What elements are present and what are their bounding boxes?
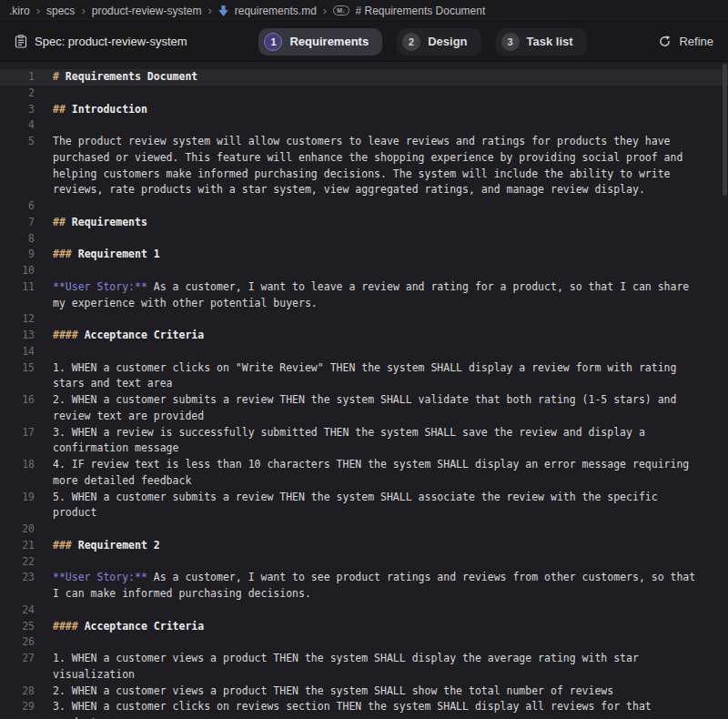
line-content[interactable]: The product review system will allow cus… <box>53 134 728 198</box>
refine-label: Refine <box>679 35 713 48</box>
line-content[interactable]: 3. WHEN a review is successfully submitt… <box>53 425 728 458</box>
editor-line[interactable]: 12 <box>0 311 728 328</box>
line-number: 22 <box>0 554 35 571</box>
editor-line[interactable]: 173. WHEN a review is successfully submi… <box>0 425 728 458</box>
line-content[interactable] <box>53 117 728 134</box>
line-content[interactable]: 3. WHEN a customer clicks on reviews sec… <box>53 699 728 719</box>
line-number: 21 <box>0 538 35 554</box>
line-content[interactable] <box>53 522 728 538</box>
editor-line[interactable]: 22 <box>0 554 728 571</box>
refine-button[interactable]: Refine <box>658 35 713 48</box>
breadcrumb-separator: › <box>81 5 85 16</box>
line-content[interactable] <box>53 344 728 360</box>
editor-line[interactable]: 3## Introduction <box>0 102 728 118</box>
editor-line[interactable]: 151. WHEN a customer clicks on "Write Re… <box>0 360 728 393</box>
editor-line[interactable]: 6 <box>0 198 728 215</box>
breadcrumb: .kiro › specs › product-review-system › … <box>0 0 728 22</box>
line-content[interactable] <box>53 263 728 279</box>
breadcrumb-separator: › <box>36 5 40 16</box>
line-content[interactable]: # Requirements Document <box>53 69 728 86</box>
tab-design-label: Design <box>428 35 467 48</box>
editor-line[interactable]: 271. WHEN a customer views a product THE… <box>0 651 728 684</box>
line-number: 9 <box>0 247 35 263</box>
editor-line[interactable]: 5The product review system will allow cu… <box>0 134 728 198</box>
breadcrumb-item-requirements-document-heading[interactable]: # Requirements Document <box>356 5 486 17</box>
tab-task-list[interactable]: 3 Task list <box>496 28 587 56</box>
spec-clipboard-icon <box>15 35 27 48</box>
editor-line[interactable]: 20 <box>0 522 728 538</box>
tab-design[interactable]: 2 Design <box>397 28 480 56</box>
line-number: 17 <box>0 425 35 441</box>
tab-requirements-badge: 1 <box>264 33 282 51</box>
tab-requirements[interactable]: 1 Requirements <box>258 28 382 56</box>
line-content[interactable] <box>53 231 728 248</box>
line-number: 26 <box>0 634 35 651</box>
line-content[interactable]: ### Requirement 1 <box>53 247 728 263</box>
line-number: 4 <box>0 117 35 134</box>
editor-line[interactable]: 23**User Story:** As a customer, I want … <box>0 570 728 603</box>
line-content[interactable]: ## Introduction <box>53 102 728 118</box>
line-number: 19 <box>0 490 35 506</box>
line-content[interactable]: 1. WHEN a customer clicks on "Write Revi… <box>53 360 728 393</box>
breadcrumb-item-specs[interactable]: specs <box>46 5 75 17</box>
editor-line[interactable]: 293. WHEN a customer clicks on reviews s… <box>0 699 728 719</box>
editor-line[interactable]: 24 <box>0 603 728 619</box>
editor-line[interactable]: 10 <box>0 263 728 279</box>
line-content[interactable] <box>53 603 728 619</box>
line-content[interactable]: 2. WHEN a customer submits a review THEN… <box>53 392 728 425</box>
line-number: 25 <box>0 619 35 635</box>
editor-line[interactable]: 11**User Story:** As a customer, I want … <box>0 279 728 312</box>
editor-line[interactable]: 195. WHEN a customer submits a review TH… <box>0 490 728 522</box>
editor-line[interactable]: 162. WHEN a customer submits a review TH… <box>0 392 728 425</box>
editor-line[interactable]: 2 <box>0 86 728 102</box>
editor-line[interactable]: 9### Requirement 1 <box>0 247 728 263</box>
line-number: 11 <box>0 279 35 296</box>
editor-line[interactable]: 21### Requirement 2 <box>0 538 728 554</box>
line-content[interactable]: **User Story:** As a customer, I want to… <box>53 279 728 312</box>
line-number: 1 <box>0 69 35 86</box>
editor-line[interactable]: 184. IF review text is less than 10 char… <box>0 457 728 490</box>
editor-lines: 1# Requirements Document23## Introductio… <box>0 69 728 719</box>
editor-scrollbar[interactable] <box>723 64 727 196</box>
line-content[interactable]: 5. WHEN a customer submits a review THEN… <box>53 490 728 522</box>
editor-line[interactable]: 282. WHEN a customer views a product THE… <box>0 684 728 700</box>
line-number: 23 <box>0 570 35 586</box>
editor-line[interactable]: 13#### Acceptance Criteria <box>0 328 728 344</box>
line-number: 18 <box>0 457 35 473</box>
line-content[interactable]: #### Acceptance Criteria <box>53 619 728 635</box>
line-content[interactable]: #### Acceptance Criteria <box>53 328 728 344</box>
line-content[interactable] <box>53 86 728 102</box>
markdown-symbol-icon: M↓ <box>333 5 349 15</box>
editor-line[interactable]: 25#### Acceptance Criteria <box>0 619 728 635</box>
breadcrumb-item-product-review-system[interactable]: product-review-system <box>92 5 202 17</box>
line-content[interactable]: ### Requirement 2 <box>53 538 728 554</box>
breadcrumb-item-requirements-md[interactable]: requirements.md <box>235 5 317 17</box>
breadcrumb-separator: › <box>207 5 211 16</box>
ide-window: .kiro › specs › product-review-system › … <box>0 0 728 719</box>
tab-task-list-label: Task list <box>527 35 573 48</box>
breadcrumb-separator: › <box>323 5 327 16</box>
editor-line[interactable]: 4 <box>0 117 728 134</box>
line-number: 28 <box>0 684 35 700</box>
line-content[interactable]: 2. WHEN a customer views a product THEN … <box>53 684 728 700</box>
line-content[interactable]: 1. WHEN a customer views a product THEN … <box>53 651 728 684</box>
editor-line[interactable]: 26 <box>0 634 728 651</box>
editor-line[interactable]: 1# Requirements Document <box>0 69 728 86</box>
editor-line[interactable]: 8 <box>0 231 728 248</box>
line-content[interactable] <box>53 634 728 651</box>
line-number: 13 <box>0 328 35 344</box>
breadcrumb-item-kiro[interactable]: .kiro <box>9 5 30 17</box>
line-content[interactable]: **User Story:** As a customer, I want to… <box>53 570 728 603</box>
editor-line[interactable]: 7## Requirements <box>0 215 728 231</box>
markdown-editor[interactable]: 1# Requirements Document23## Introductio… <box>0 62 728 719</box>
line-content[interactable] <box>53 198 728 215</box>
line-content[interactable] <box>53 554 728 571</box>
line-content[interactable]: ## Requirements <box>53 215 728 231</box>
editor-line[interactable]: 14 <box>0 344 728 360</box>
tab-requirements-label: Requirements <box>289 35 369 48</box>
line-content[interactable]: 4. IF review text is less than 10 charac… <box>53 457 728 490</box>
line-number: 20 <box>0 522 35 538</box>
line-number: 8 <box>0 231 35 248</box>
line-number: 15 <box>0 360 35 377</box>
line-content[interactable] <box>53 311 728 328</box>
